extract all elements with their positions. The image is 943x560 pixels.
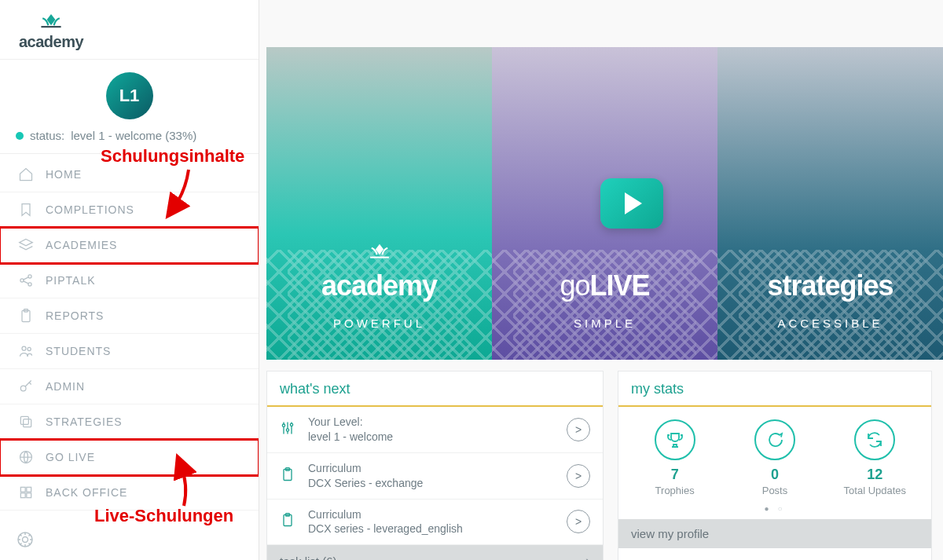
refresh-icon (854, 419, 895, 460)
whats-next-text: Curriculum DCX series - leveraged_englis… (308, 507, 556, 537)
main-content: ❮ academy POWERFUL goLIVE SIMPLE strateg… (266, 47, 943, 560)
trophy-icon (655, 419, 695, 460)
go-button[interactable]: > (567, 510, 590, 533)
hero-card-strategies[interactable]: strategies ACCESSIBLE (717, 47, 943, 360)
status-line: status: level 1 - welcome (33%) (16, 129, 243, 142)
avatar[interactable]: L1 (106, 72, 153, 119)
status-dot-icon (16, 132, 24, 140)
svg-point-5 (22, 346, 26, 350)
help-icon[interactable] (16, 530, 35, 552)
sidebar-item-strategies[interactable]: STRATEGIES (0, 404, 259, 440)
svg-point-17 (282, 424, 284, 426)
sidebar-item-completions[interactable]: COMPLETIONS (0, 192, 259, 228)
sidebar-item-academies[interactable]: ACADEMIES (0, 228, 259, 263)
nav-label-students: STUDENTS (46, 345, 111, 357)
svg-point-0 (20, 279, 24, 282)
svg-rect-11 (20, 487, 25, 492)
hero-tag-strategies: ACCESSIBLE (777, 317, 882, 330)
nav-label-backoffice: BACK OFFICE (46, 486, 127, 499)
stat-trophies-label: Trophies (632, 485, 718, 496)
nav-label-piptalk: PIPTALK (46, 274, 96, 287)
hero-tag-academy: POWERFUL (333, 317, 425, 330)
stat-posts-label: Posts (732, 485, 818, 496)
svg-point-7 (20, 386, 26, 391)
task-list-label: task list (6) (280, 555, 337, 560)
stat-posts[interactable]: 0 Posts (732, 419, 818, 496)
whats-next-heading: what's next (267, 372, 603, 407)
hero-title-academy: academy (321, 269, 437, 302)
whats-next-text: Your Level: level 1 - welcome (308, 415, 556, 445)
profile-block: L1 status: level 1 - welcome (33%) (0, 60, 259, 154)
hero-card-academy[interactable]: academy POWERFUL (266, 47, 492, 360)
sidebar-item-students[interactable]: STUDENTS (0, 334, 259, 369)
hero-title-golive: goLIVE (560, 269, 649, 302)
copy-icon (17, 414, 35, 430)
nav-label-completions: COMPLETIONS (46, 203, 134, 216)
nav-label-reports: REPORTS (46, 309, 104, 322)
hero-title-strategies: strategies (767, 269, 893, 302)
play-button[interactable] (600, 178, 663, 229)
status-prefix: status: (30, 129, 64, 142)
stat-trophies-value: 7 (632, 467, 718, 483)
svg-rect-8 (20, 416, 28, 424)
chevron-right-icon: › (585, 553, 590, 560)
clipboard-icon (280, 467, 297, 485)
hero-tag-golive: SIMPLE (574, 317, 636, 330)
view-profile-row[interactable]: view my profile (618, 519, 931, 548)
hero-carousel: ❮ academy POWERFUL goLIVE SIMPLE strateg… (266, 47, 943, 360)
nav-label-strategies: STRATEGIES (46, 415, 123, 428)
pagination-dots[interactable]: ● ○ (618, 504, 931, 519)
sidebar: academy L1 status: level 1 - welcome (33… (0, 0, 259, 560)
annotation-arrow-top (165, 168, 196, 218)
svg-point-6 (28, 347, 31, 350)
whats-next-row[interactable]: Curriculum DCX series - leveraged_englis… (267, 500, 603, 546)
go-button[interactable]: > (567, 464, 590, 488)
clipboard-icon (280, 512, 297, 531)
svg-rect-14 (27, 493, 31, 498)
svg-point-19 (290, 423, 292, 426)
layers-icon (17, 237, 35, 253)
annotation-arrow-bottom (174, 462, 206, 512)
stat-trophies[interactable]: 7 Trophies (632, 419, 718, 496)
status-text: level 1 - welcome (33%) (71, 129, 196, 142)
stat-updates[interactable]: 12 Total Updates (831, 419, 918, 496)
chat-icon (754, 419, 795, 460)
content-columns: what's next Your Level: level 1 - welcom… (266, 371, 943, 560)
svg-rect-12 (27, 487, 31, 492)
lotus-icon (366, 241, 393, 265)
home-icon (17, 167, 35, 182)
sidebar-item-reports[interactable]: REPORTS (0, 298, 259, 334)
svg-point-16 (23, 537, 28, 543)
svg-rect-9 (24, 419, 31, 427)
stat-updates-value: 12 (831, 467, 918, 483)
stat-posts-value: 0 (732, 467, 818, 483)
users-icon (17, 343, 35, 359)
whats-next-row[interactable]: Curriculum DCX Series - exchange > (267, 453, 603, 500)
lotus-icon (37, 9, 65, 31)
sidebar-nav: HOME COMPLETIONS ACADEMIES PIPTALK REPOR… (0, 154, 259, 511)
svg-point-1 (28, 275, 31, 278)
clipboard-icon (17, 308, 35, 324)
grid-icon (17, 485, 35, 500)
brand-block: academy (0, 0, 259, 60)
svg-point-2 (28, 283, 31, 286)
sidebar-item-admin[interactable]: ADMIN (0, 369, 259, 404)
sidebar-item-piptalk[interactable]: PIPTALK (0, 263, 259, 298)
svg-point-18 (286, 429, 288, 431)
sidebar-item-golive[interactable]: GO LIVE (0, 440, 259, 475)
view-profile-label: view my profile (631, 527, 709, 540)
bookmark-icon (17, 202, 35, 218)
stat-updates-label: Total Updates (831, 485, 918, 496)
nav-label-academies: ACADEMIES (46, 239, 117, 251)
sliders-icon (280, 420, 297, 439)
nav-label-home: HOME (46, 168, 82, 181)
whats-next-text: Curriculum DCX Series - exchange (308, 461, 556, 491)
globe-icon (17, 449, 35, 465)
go-button[interactable]: > (567, 418, 590, 441)
whats-next-panel: what's next Your Level: level 1 - welcom… (266, 371, 604, 560)
task-list-row[interactable]: task list (6) › (267, 545, 603, 560)
svg-rect-13 (20, 493, 25, 498)
whats-next-row[interactable]: Your Level: level 1 - welcome > (267, 407, 603, 453)
hero-card-golive[interactable]: goLIVE SIMPLE (492, 47, 717, 360)
my-stats-heading: my stats (618, 372, 931, 407)
